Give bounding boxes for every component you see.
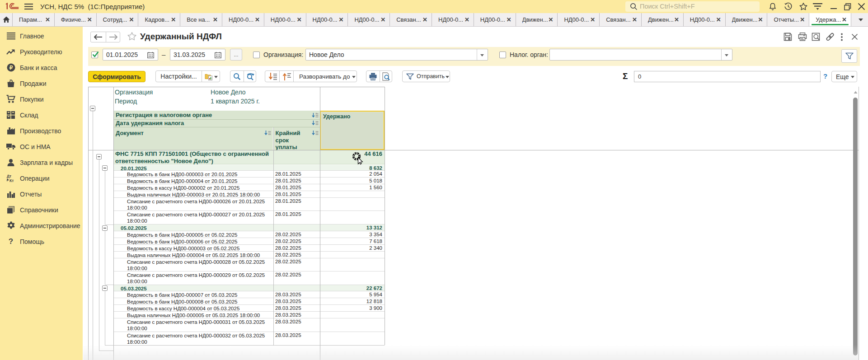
svg-text:Дт: Дт	[7, 174, 11, 178]
svg-text:₽: ₽	[9, 65, 13, 71]
svg-text:Кт: Кт	[9, 178, 14, 183]
